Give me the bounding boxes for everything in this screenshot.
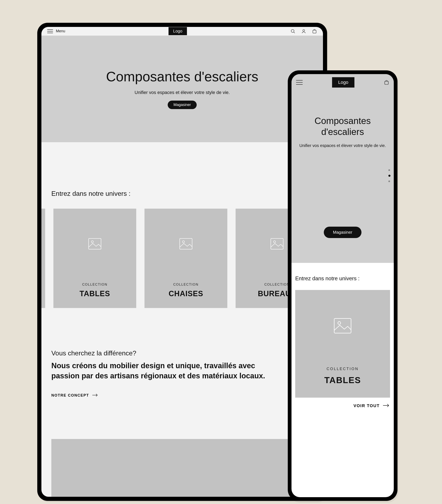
svg-rect-3: [313, 30, 316, 33]
difference-statement: Nous créons du mobilier design et unique…: [51, 361, 269, 381]
collection-name: CHAISES: [168, 289, 203, 298]
concept-link[interactable]: NOTRE CONCEPT: [51, 393, 313, 398]
voir-tout-link[interactable]: VOIR TOUT: [295, 398, 390, 408]
image-placeholder-icon: [179, 238, 193, 251]
collection-overline: COLLECTION: [327, 367, 359, 371]
universe-heading: Entrez dans notre univers :: [295, 275, 390, 282]
collection-overline: COLLECTION: [264, 283, 290, 287]
tablet-hero: Composantes d'escaliers Unifier vos espa…: [41, 36, 323, 142]
tablet-difference-section: Vous cherchez la différence? Nous créons…: [41, 308, 323, 418]
image-placeholder-icon: [88, 238, 101, 251]
logo[interactable]: Logo: [168, 27, 187, 35]
tablet-header: Menu Logo: [41, 27, 323, 36]
header-left: Menu: [47, 29, 65, 33]
image-placeholder-icon: [333, 318, 352, 335]
arrow-right-icon: [92, 393, 98, 398]
tablet-device-frame: Menu Logo Composantes d'escaliers Unifie…: [37, 23, 327, 501]
carousel-dot-active[interactable]: [388, 175, 390, 177]
mobile-header: Logo: [292, 74, 394, 91]
svg-point-2: [303, 29, 305, 31]
search-icon[interactable]: [290, 29, 296, 34]
svg-rect-4: [89, 238, 101, 249]
arrow-right-icon: [383, 403, 389, 408]
universe-cards-row[interactable]: COLLECTION TABLES COLLECTION CHAISES COL…: [41, 209, 313, 308]
hero-subtitle: Unifier vos espaces et élever votre styl…: [299, 143, 386, 148]
bag-icon[interactable]: [312, 29, 317, 34]
hero-cta-button[interactable]: Magasiner: [324, 227, 361, 238]
hamburger-icon[interactable]: [296, 80, 303, 85]
svg-point-13: [338, 322, 341, 324]
svg-rect-11: [385, 81, 388, 84]
tablet-screen: Menu Logo Composantes d'escaliers Unifie…: [41, 27, 323, 497]
svg-line-1: [294, 32, 295, 33]
header-right: [384, 80, 389, 85]
menu-label[interactable]: Menu: [56, 29, 65, 33]
svg-point-7: [182, 241, 184, 243]
image-placeholder-icon: [270, 238, 284, 251]
collection-card-chaises[interactable]: COLLECTION CHAISES: [145, 209, 227, 308]
user-icon[interactable]: [301, 29, 306, 34]
header-center: Logo: [303, 77, 384, 88]
collection-overline: COLLECTION: [173, 283, 199, 287]
svg-rect-6: [180, 238, 192, 249]
collection-overline: COLLECTION: [82, 283, 108, 287]
svg-rect-8: [271, 238, 283, 249]
carousel-dot[interactable]: [388, 180, 390, 182]
hero-title: Composantes d'escaliers: [296, 115, 389, 137]
mobile-universe-section: Entrez dans notre univers : COLLECTION T…: [292, 263, 394, 408]
header-right: [290, 29, 317, 34]
collection-card-sliver[interactable]: [41, 209, 45, 308]
carousel-dot[interactable]: [388, 169, 390, 171]
mobile-device-frame: Logo Composantes d'escaliers Unifier vos…: [288, 70, 398, 501]
carousel-dots: [388, 169, 390, 182]
collection-card-tables[interactable]: COLLECTION TABLES: [295, 290, 390, 398]
collection-name: TABLES: [79, 289, 110, 298]
mobile-screen: Logo Composantes d'escaliers Unifier vos…: [292, 74, 394, 497]
svg-point-0: [291, 29, 294, 32]
hamburger-icon[interactable]: [47, 29, 53, 33]
hero-cta-button[interactable]: Magasiner: [168, 101, 197, 109]
tablet-image-block: [51, 439, 313, 497]
collection-name: TABLES: [324, 375, 361, 385]
universe-heading: Entrez dans notre univers :: [51, 190, 313, 198]
logo[interactable]: Logo: [332, 77, 355, 88]
voir-tout-label: VOIR TOUT: [353, 403, 380, 408]
svg-point-9: [274, 241, 276, 243]
header-center: Logo: [65, 27, 290, 35]
difference-question: Vous cherchez la différence?: [51, 349, 313, 357]
hero-subtitle: Unifier vos espaces et élever votre styl…: [135, 90, 230, 95]
hero-title: Composantes d'escaliers: [106, 69, 258, 84]
mobile-hero: Composantes d'escaliers Unifier vos espa…: [292, 91, 394, 263]
collection-card-tables[interactable]: COLLECTION TABLES: [54, 209, 136, 308]
svg-point-5: [91, 241, 93, 243]
bag-icon[interactable]: [384, 80, 389, 85]
tablet-universe-section: Entrez dans notre univers : COLLECTION T…: [41, 142, 323, 308]
concept-label: NOTRE CONCEPT: [51, 393, 89, 398]
svg-rect-12: [334, 319, 351, 333]
